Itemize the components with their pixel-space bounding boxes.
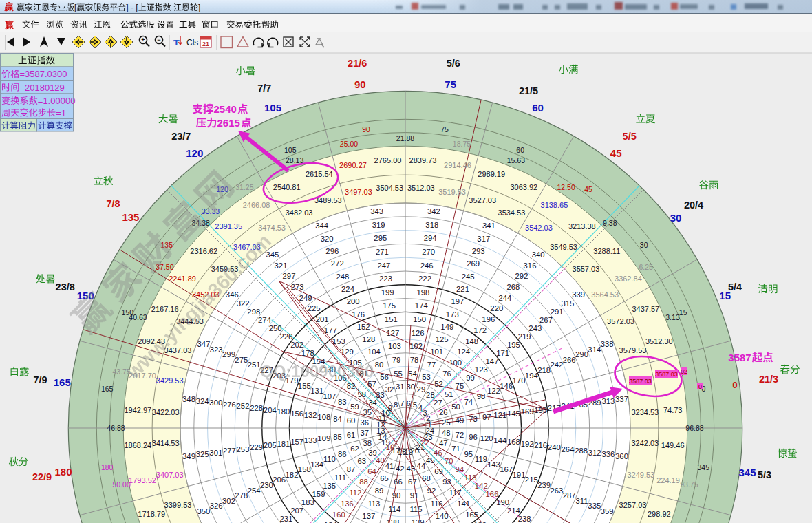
svg-text:5: 5 [413, 401, 417, 409]
svg-text:18.75: 18.75 [453, 140, 471, 148]
svg-text:183: 183 [301, 498, 314, 506]
svg-text:123: 123 [475, 365, 488, 374]
svg-text:118: 118 [464, 473, 477, 482]
svg-text:122: 122 [487, 387, 500, 395]
svg-text:5/4: 5/4 [728, 281, 742, 292]
svg-text:128: 128 [362, 335, 375, 343]
svg-text:155: 155 [298, 382, 311, 390]
svg-text:61: 61 [347, 431, 356, 439]
svg-text:64: 64 [367, 467, 376, 476]
svg-text:0: 0 [732, 380, 738, 390]
svg-text:36: 36 [360, 418, 369, 427]
svg-text:228: 228 [250, 404, 263, 412]
svg-text:72: 72 [456, 431, 464, 439]
svg-text:3579.53: 3579.53 [619, 346, 647, 354]
svg-text:320: 320 [321, 235, 334, 243]
svg-text:31: 31 [396, 383, 405, 391]
svg-text:132: 132 [304, 411, 317, 419]
svg-text:3542.03: 3542.03 [525, 224, 553, 232]
svg-text:268: 268 [506, 283, 520, 291]
svg-text:242: 242 [550, 361, 563, 369]
svg-text:21/5: 21/5 [519, 85, 538, 96]
svg-text:299: 299 [222, 350, 235, 359]
svg-text:28: 28 [426, 391, 435, 399]
svg-text:53: 53 [422, 373, 431, 381]
svg-text:276: 276 [223, 401, 236, 409]
svg-text:110: 110 [323, 455, 336, 463]
svg-text:21.88: 21.88 [396, 134, 414, 142]
svg-text:85: 85 [333, 433, 342, 441]
svg-text:238: 238 [518, 515, 531, 523]
svg-text:146: 146 [500, 382, 513, 390]
svg-text:243: 243 [528, 324, 542, 332]
svg-text:55: 55 [394, 370, 403, 378]
svg-text:2391.35: 2391.35 [215, 222, 242, 231]
svg-text:143: 143 [487, 460, 500, 469]
svg-text:214: 214 [507, 506, 520, 515]
svg-text:222: 222 [418, 275, 431, 283]
svg-text:335: 335 [588, 502, 601, 510]
svg-text:198: 198 [416, 288, 429, 297]
svg-text:15: 15 [679, 308, 687, 317]
svg-text:5/3: 5/3 [758, 469, 771, 480]
svg-text:302: 302 [222, 497, 235, 505]
svg-text:174: 174 [415, 301, 428, 310]
svg-text:324: 324 [196, 397, 209, 405]
svg-text:3512.03: 3512.03 [407, 184, 435, 192]
svg-text:3549.53: 3549.53 [550, 243, 577, 251]
svg-text:98: 98 [477, 392, 486, 401]
svg-text:135: 135 [122, 211, 139, 223]
svg-text:349: 349 [182, 452, 195, 460]
svg-text:247: 247 [377, 262, 390, 270]
svg-text:178: 178 [301, 349, 314, 357]
svg-text:32: 32 [385, 385, 394, 394]
svg-text:313: 313 [601, 397, 615, 405]
svg-text:297: 297 [283, 272, 296, 280]
svg-text:170: 170 [513, 376, 526, 385]
svg-text:3288.11: 3288.11 [593, 247, 620, 255]
svg-text:23/7: 23/7 [171, 131, 191, 142]
svg-text:2316.62: 2316.62 [190, 247, 217, 255]
svg-text:3587: 3587 [728, 352, 751, 363]
svg-text:345: 345 [738, 467, 756, 478]
svg-text:70: 70 [445, 457, 453, 465]
svg-text:298.92: 298.92 [648, 510, 671, 518]
svg-text:250: 250 [269, 324, 282, 332]
svg-text:205: 205 [264, 441, 277, 449]
svg-text:343: 343 [370, 207, 383, 215]
svg-text:02: 02 [681, 368, 687, 375]
svg-text:166: 166 [486, 490, 499, 498]
svg-text:2615: 2615 [217, 117, 240, 129]
svg-text:251: 251 [248, 361, 261, 369]
svg-text:50: 50 [451, 403, 460, 411]
svg-text:173: 173 [446, 310, 459, 319]
svg-text:45: 45 [610, 147, 622, 159]
svg-text:24: 24 [425, 427, 434, 435]
svg-text:3257.03: 3257.03 [619, 501, 647, 509]
svg-text:114: 114 [388, 505, 400, 513]
svg-text:34: 34 [368, 398, 377, 407]
svg-text:177: 177 [324, 326, 337, 334]
svg-text:80: 80 [375, 361, 384, 369]
svg-text:+: + [141, 36, 145, 43]
svg-text:QQ:100900360: QQ:100900360 [260, 362, 374, 381]
svg-text:3242.03: 3242.03 [631, 439, 659, 447]
svg-text:165: 165 [54, 376, 71, 388]
svg-text:150: 150 [413, 315, 426, 323]
svg-text:167: 167 [500, 465, 513, 473]
svg-text:195: 195 [507, 341, 520, 349]
svg-text:6: 6 [407, 399, 411, 407]
svg-text:3504.53: 3504.53 [376, 184, 403, 192]
svg-text:191: 191 [513, 471, 526, 479]
svg-text:314: 314 [588, 345, 601, 354]
svg-text:3437.57: 3437.57 [632, 305, 659, 313]
svg-text:4: 4 [418, 404, 423, 412]
svg-text:165: 165 [465, 511, 478, 519]
svg-text:40: 40 [376, 456, 385, 465]
svg-text:193: 193 [534, 406, 547, 414]
svg-text:30: 30 [640, 241, 648, 249]
svg-text:2167.16: 2167.16 [151, 305, 179, 313]
svg-text:52: 52 [434, 380, 443, 388]
svg-text:99: 99 [466, 374, 475, 382]
svg-text:150: 150 [122, 308, 134, 317]
